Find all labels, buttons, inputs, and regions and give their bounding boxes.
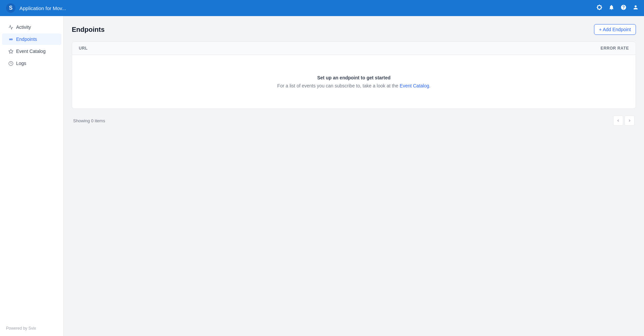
table-empty-state: Set up an endpoint to get started For a … (72, 55, 636, 109)
pagination-next-button[interactable] (625, 116, 635, 126)
empty-state-description: For a list of events you can subscribe t… (79, 83, 629, 88)
header-left: S Application for Mov... (5, 3, 66, 13)
svg-text:S: S (9, 5, 13, 11)
catalog-icon (8, 49, 13, 54)
sidebar-item-label: Activity (16, 24, 31, 30)
main-content: Endpoints + Add Endpoint URL ERROR RATE … (64, 16, 644, 336)
add-endpoint-button[interactable]: + Add Endpoint (594, 24, 636, 35)
sidebar-nav: Activity Endpoints Eve (0, 21, 63, 69)
endpoints-icon (8, 37, 13, 42)
app-title: Application for Mov... (19, 5, 66, 11)
logs-icon (8, 61, 13, 66)
pagination: Showing 0 items (72, 112, 636, 130)
col-url-header: URL (79, 46, 88, 51)
header-right (596, 4, 639, 12)
sidebar: Activity Endpoints Eve (0, 16, 64, 336)
svg-marker-5 (9, 49, 13, 53)
theme-toggle-icon[interactable] (596, 4, 602, 12)
svg-point-3 (11, 39, 12, 40)
empty-state-title: Set up an endpoint to get started (79, 75, 629, 80)
sidebar-footer: Powered by Svix (0, 326, 63, 331)
svg-point-2 (9, 39, 11, 40)
notifications-icon[interactable] (608, 4, 614, 12)
table-header: URL ERROR RATE (72, 42, 636, 55)
sidebar-item-logs[interactable]: Logs (2, 58, 61, 69)
sidebar-item-label: Endpoints (16, 37, 37, 42)
help-icon[interactable] (621, 4, 627, 12)
sidebar-item-label: Event Catalog (16, 49, 46, 54)
pagination-prev-button[interactable] (613, 116, 623, 126)
event-catalog-link[interactable]: Event Catalog (400, 83, 429, 88)
svix-logo-icon: S (5, 3, 16, 13)
activity-icon (8, 24, 13, 30)
app-layout: Activity Endpoints Eve (0, 0, 644, 336)
page-header: Endpoints + Add Endpoint (72, 24, 636, 35)
powered-by-text: Powered by Svix (6, 326, 36, 331)
sidebar-item-event-catalog[interactable]: Event Catalog (2, 46, 61, 57)
col-error-rate-header: ERROR RATE (601, 46, 629, 51)
pagination-controls (613, 116, 635, 126)
user-icon[interactable] (633, 4, 639, 12)
page-title: Endpoints (72, 26, 105, 33)
empty-desc-suffix: . (429, 83, 431, 88)
sidebar-item-label: Logs (16, 61, 26, 66)
pagination-info: Showing 0 items (73, 118, 105, 123)
empty-desc-prefix: For a list of events you can subscribe t… (277, 83, 400, 88)
sidebar-item-activity[interactable]: Activity (2, 21, 61, 33)
top-header: S Application for Mov... (0, 0, 644, 16)
endpoints-table: URL ERROR RATE Set up an endpoint to get… (72, 42, 636, 109)
sidebar-item-endpoints[interactable]: Endpoints (2, 33, 61, 45)
